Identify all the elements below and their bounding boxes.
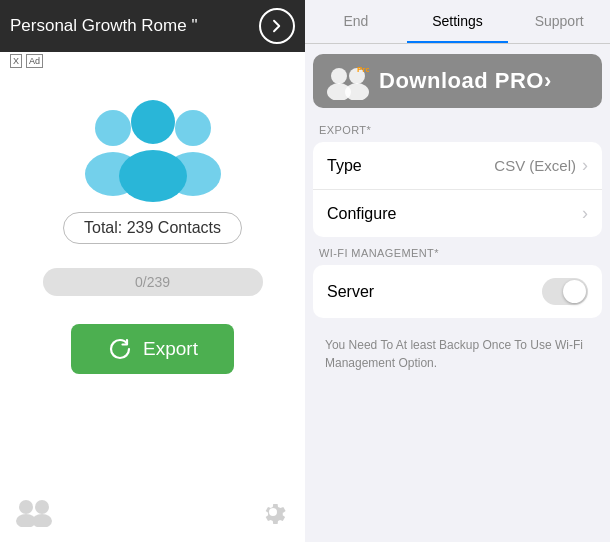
tab-support[interactable]: Support bbox=[508, 0, 610, 43]
svg-point-10 bbox=[331, 68, 347, 84]
export-type-label: Type bbox=[327, 157, 362, 175]
left-header: Personal Growth Rome " bbox=[0, 0, 305, 52]
export-label: Export bbox=[143, 338, 198, 360]
wifi-note: You Need To At least Backup Once To Use … bbox=[313, 328, 602, 380]
export-button[interactable]: Export bbox=[71, 324, 234, 374]
svg-point-6 bbox=[19, 500, 33, 514]
ad-label: Ad bbox=[26, 54, 43, 69]
server-toggle[interactable] bbox=[542, 278, 588, 305]
people-small-icon[interactable] bbox=[16, 497, 52, 531]
configure-row[interactable]: Configure › bbox=[313, 190, 602, 237]
svg-point-9 bbox=[32, 514, 52, 527]
ad-icon: X bbox=[10, 54, 22, 69]
contacts-total-badge: Total: 239 Contacts bbox=[63, 212, 242, 244]
svg-point-8 bbox=[35, 500, 49, 514]
export-type-value-container: CSV (Excel) › bbox=[494, 155, 588, 176]
pro-group-icon: Pro bbox=[327, 62, 369, 100]
left-panel: Personal Growth Rome " X Ad Total: 239 C… bbox=[0, 0, 305, 542]
arrow-right-icon bbox=[268, 17, 286, 35]
right-panel: End Settings Support Pro Download PRO› E… bbox=[305, 0, 610, 542]
svg-text:Pro: Pro bbox=[357, 65, 369, 74]
svg-point-13 bbox=[345, 83, 369, 100]
tab-end[interactable]: End bbox=[305, 0, 407, 43]
export-section-label: EXPORT* bbox=[305, 118, 610, 138]
export-type-value: CSV (Excel) bbox=[494, 157, 576, 174]
server-label: Server bbox=[327, 283, 374, 301]
progress-label: 0/239 bbox=[135, 274, 170, 290]
sync-icon bbox=[107, 336, 133, 362]
download-pro-label: Download PRO› bbox=[379, 68, 552, 94]
export-settings-group: Type CSV (Excel) › Configure › bbox=[313, 142, 602, 237]
left-bottom-bar bbox=[0, 496, 305, 532]
contacts-group-icon bbox=[73, 94, 233, 204]
svg-point-2 bbox=[175, 110, 211, 146]
download-pro-button[interactable]: Pro Download PRO› bbox=[313, 54, 602, 108]
wifi-settings-group: Server bbox=[313, 265, 602, 318]
wifi-section-label: WI-FI MANAGEMENT* bbox=[305, 241, 610, 261]
gear-icon[interactable] bbox=[257, 496, 289, 532]
forward-button[interactable] bbox=[259, 8, 295, 44]
chevron-right-icon-2: › bbox=[582, 203, 588, 224]
tab-settings[interactable]: Settings bbox=[407, 0, 509, 43]
svg-point-4 bbox=[131, 100, 175, 144]
contacts-icon-area bbox=[73, 94, 233, 204]
configure-label: Configure bbox=[327, 205, 396, 223]
tabs-bar: End Settings Support bbox=[305, 0, 610, 44]
progress-bar: 0/239 bbox=[43, 268, 263, 296]
chevron-right-icon: › bbox=[582, 155, 588, 176]
svg-point-0 bbox=[95, 110, 131, 146]
export-type-row[interactable]: Type CSV (Excel) › bbox=[313, 142, 602, 190]
server-row: Server bbox=[313, 265, 602, 318]
svg-point-5 bbox=[119, 150, 187, 202]
page-title: Personal Growth Rome " bbox=[10, 16, 259, 36]
